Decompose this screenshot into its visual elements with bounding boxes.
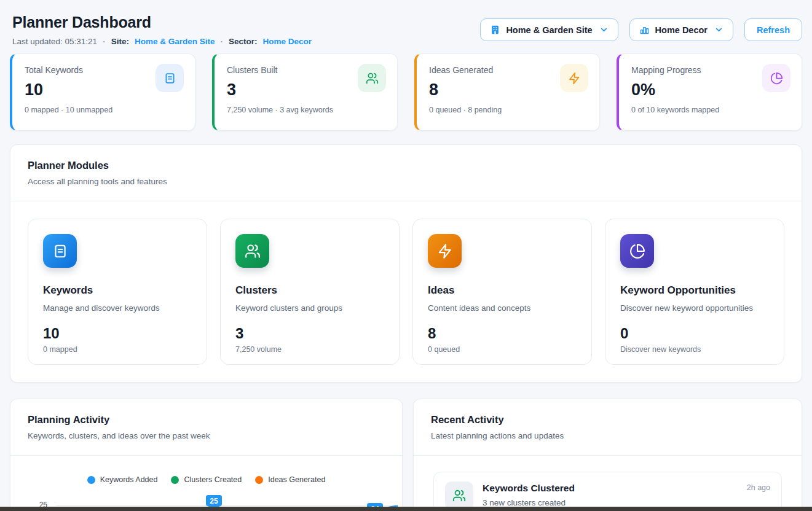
- chevron-down-icon: [599, 25, 609, 34]
- module-title: Keyword Opportunities: [620, 284, 769, 297]
- panel-title: Planner Modules: [28, 160, 784, 171]
- legend-dot: [87, 476, 95, 484]
- module-detail: 7,250 volume: [235, 345, 384, 354]
- legend-dot: [171, 476, 179, 484]
- site-link[interactable]: Home & Garden Site: [135, 37, 215, 46]
- module-value: 10: [43, 325, 192, 342]
- planning-activity-panel: Planning Activity Keywords, clusters, an…: [10, 399, 403, 511]
- stat-detail: 0 of 10 keywords mapped: [631, 106, 789, 114]
- module-value: 0: [620, 325, 769, 342]
- building-icon: [490, 25, 500, 35]
- legend-item-ideas-generated[interactable]: Ideas Generated: [255, 475, 325, 484]
- sector-selector-button[interactable]: Home Decor: [629, 18, 733, 41]
- module-card-clusters[interactable]: Clusters Keyword clusters and groups 3 7…: [220, 219, 400, 365]
- legend-label: Clusters Created: [184, 475, 242, 484]
- legend-label: Ideas Generated: [268, 475, 325, 484]
- activity-timestamp: 2h ago: [747, 483, 770, 492]
- last-updated: Last updated: 05:31:21: [12, 37, 97, 46]
- pie-chart-icon: [620, 234, 654, 268]
- module-card-keywords[interactable]: Keywords Manage and discover keywords 10…: [28, 219, 207, 365]
- modules-grid: Keywords Manage and discover keywords 10…: [10, 201, 802, 382]
- panel-subtitle: Access all planning tools and features: [28, 177, 784, 186]
- module-card-keyword-opportunities[interactable]: Keyword Opportunities Discover new keywo…: [605, 219, 784, 365]
- separator: ·: [220, 37, 223, 46]
- bottom-dark-bar: [0, 507, 812, 511]
- users-icon: [445, 482, 473, 510]
- module-card-ideas[interactable]: Ideas Content ideas and concepts 8 0 que…: [412, 219, 592, 365]
- lightning-icon: [560, 64, 588, 92]
- site-selector-label: Home & Garden Site: [506, 25, 592, 35]
- planner-modules-header: Planner Modules Access all planning tool…: [10, 145, 802, 201]
- legend-item-keywords-added[interactable]: Keywords Added: [87, 475, 158, 484]
- chevron-down-icon: [714, 25, 723, 34]
- legend-item-clusters-created[interactable]: Clusters Created: [171, 475, 242, 484]
- module-title: Ideas: [428, 284, 577, 297]
- stat-card-mapping-progress: Mapping Progress 0% 0 of 10 keywords map…: [617, 53, 802, 131]
- panel-subtitle: Keywords, clusters, and ideas over the p…: [28, 431, 385, 440]
- panel-subtitle: Latest planning actions and updates: [431, 431, 784, 440]
- refresh-label: Refresh: [757, 25, 790, 35]
- module-description: Keyword clusters and groups: [235, 303, 384, 313]
- stats-row: Total Keywords 10 0 mapped · 10 unmapped…: [0, 53, 812, 131]
- module-title: Clusters: [235, 284, 384, 297]
- recent-activity-header: Recent Activity Latest planning actions …: [414, 399, 802, 456]
- panel-title: Recent Activity: [431, 414, 784, 426]
- separator: ·: [103, 37, 106, 46]
- stat-card-clusters-built: Clusters Built 3 7,250 volume · 3 avg ke…: [212, 53, 398, 131]
- module-description: Manage and discover keywords: [43, 303, 192, 313]
- panel-title: Planning Activity: [28, 414, 385, 426]
- module-description: Content ideas and concepts: [428, 303, 577, 313]
- activity-content: Keywords Clustered 2h ago 3 new clusters…: [483, 482, 770, 507]
- document-icon: [43, 234, 77, 268]
- module-detail: 0 queued: [428, 345, 577, 354]
- module-detail: 0 mapped: [43, 345, 192, 354]
- planning-activity-header: Planning Activity Keywords, clusters, an…: [10, 399, 402, 456]
- toolbar: Home & Garden Site Home Decor Refresh: [480, 18, 802, 41]
- module-value: 3: [235, 325, 384, 342]
- document-icon: [156, 64, 184, 92]
- pie-chart-icon: [762, 64, 790, 92]
- recent-activity-list: Keywords Clustered 2h ago 3 new clusters…: [414, 456, 802, 511]
- module-detail: Discover new keywords: [620, 345, 769, 354]
- svg-text:25: 25: [210, 497, 218, 505]
- data-label-badge: 25: [206, 495, 222, 506]
- activity-item-keywords-clustered[interactable]: Keywords Clustered 2h ago 3 new clusters…: [433, 472, 782, 511]
- activity-title: Keywords Clustered: [483, 483, 575, 494]
- chart-legend: Keywords Added Clusters Created Ideas Ge…: [10, 475, 402, 484]
- bar-chart-icon: [639, 25, 650, 35]
- lightning-icon: [428, 234, 462, 268]
- activity-description: 3 new clusters created: [483, 498, 770, 507]
- bottom-row: Planning Activity Keywords, clusters, an…: [10, 399, 802, 511]
- stat-detail: 0 mapped · 10 unmapped: [25, 106, 183, 114]
- stat-card-ideas-generated: Ideas Generated 8 0 queued · 8 pending: [414, 53, 600, 131]
- page-header: Planner Dashboard Last updated: 05:31:21…: [0, 0, 812, 46]
- legend-label: Keywords Added: [100, 475, 158, 484]
- sector-label: Sector:: [229, 37, 258, 46]
- module-value: 8: [428, 325, 577, 342]
- site-selector-button[interactable]: Home & Garden Site: [480, 18, 618, 41]
- recent-activity-panel: Recent Activity Latest planning actions …: [413, 399, 802, 511]
- sector-link[interactable]: Home Decor: [262, 37, 312, 46]
- module-title: Keywords: [43, 284, 192, 297]
- stat-detail: 7,250 volume · 3 avg keywords: [227, 106, 385, 114]
- stat-card-total-keywords: Total Keywords 10 0 mapped · 10 unmapped: [10, 53, 195, 131]
- refresh-button[interactable]: Refresh: [744, 18, 802, 41]
- legend-dot: [255, 476, 263, 484]
- stat-detail: 0 queued · 8 pending: [429, 106, 587, 114]
- users-icon: [358, 64, 386, 92]
- users-icon: [235, 234, 269, 268]
- planner-modules-panel: Planner Modules Access all planning tool…: [10, 144, 802, 383]
- module-description: Discover new keyword opportunities: [620, 303, 769, 313]
- site-label: Site:: [111, 37, 129, 46]
- sector-selector-label: Home Decor: [655, 25, 708, 35]
